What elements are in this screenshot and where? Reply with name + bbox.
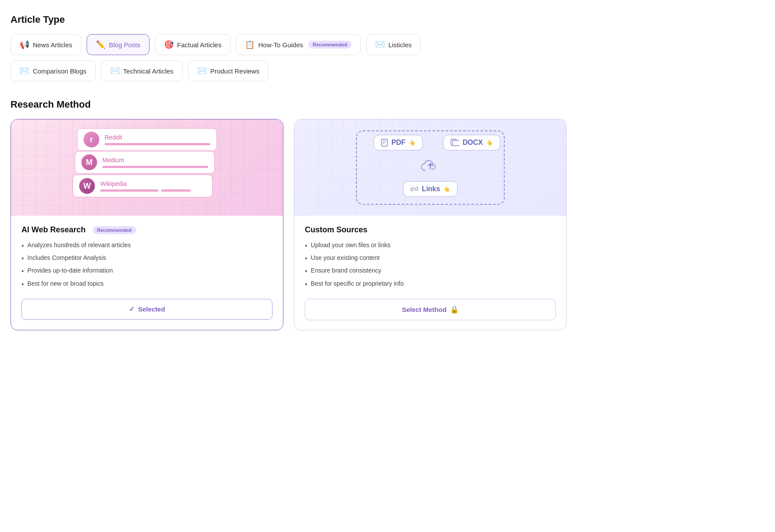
svg-rect-0: [381, 139, 388, 146]
wikipedia-source-card: W Wikipedia: [73, 175, 213, 197]
wikipedia-source-text: Wikipedia: [100, 180, 206, 192]
medium-bar: [102, 166, 208, 168]
links-hand-icon: 👆: [443, 186, 450, 192]
stacked-source-cards: r Reddit M Medium: [73, 128, 221, 207]
custom-sources-illustration: PDF 👆: [294, 119, 566, 216]
article-btn-blog-posts[interactable]: ✏️ Blog Posts: [87, 34, 150, 55]
custom-sources-features: Upload your own files or links Use your …: [305, 242, 556, 288]
blog-posts-icon: ✏️: [96, 40, 105, 49]
upload-cloud-icon: [421, 158, 440, 178]
ai-web-research-title-row: AI Web Research Recommended: [21, 225, 272, 234]
custom-feature-1: Upload your own files or links: [305, 242, 556, 250]
wikipedia-bar-1: [100, 189, 158, 192]
ai-web-research-select-button[interactable]: ✓ Selected: [21, 299, 272, 320]
blog-posts-label: Blog Posts: [109, 41, 140, 49]
wikipedia-icon: W: [79, 178, 95, 194]
product-reviews-label: Product Reviews: [210, 67, 260, 75]
check-icon: ✓: [129, 305, 135, 313]
reddit-source-text: Reddit: [105, 134, 210, 145]
pdf-badge: PDF 👆: [374, 135, 423, 150]
ai-feature-4: Best for new or broad topics: [21, 280, 272, 288]
article-type-section: Article Type 📢 News Articles ✏️ Blog Pos…: [10, 14, 567, 81]
article-btn-comparison-blogs[interactable]: ✉️ Comparison Blogs: [10, 60, 96, 81]
ai-web-research-card[interactable]: r Reddit M Medium: [10, 119, 283, 330]
lock-icon: 🔒: [450, 305, 459, 314]
listicles-label: Listicles: [388, 41, 412, 49]
how-to-guides-icon: 📋: [245, 40, 255, 49]
wikipedia-bar-2: [161, 189, 191, 192]
pdf-file-icon: [381, 139, 388, 147]
svg-rect-2: [453, 140, 459, 146]
product-reviews-icon: ✉️: [197, 66, 207, 76]
reddit-source-card: r Reddit: [77, 128, 217, 151]
article-btn-product-reviews[interactable]: ✉️ Product Reviews: [188, 60, 269, 81]
medium-label: Medium: [102, 157, 208, 164]
article-btn-factual-articles[interactable]: 🎯 Factual Articles: [155, 34, 231, 55]
medium-icon: M: [81, 154, 97, 170]
listicles-icon: ✉️: [375, 40, 385, 49]
research-method-section: Research Method r Reddit M: [10, 99, 567, 330]
links-badge: Links 👆: [403, 181, 458, 197]
custom-sources-select-button[interactable]: Select Method 🔒: [305, 299, 556, 320]
medium-source-card: M Medium: [75, 151, 215, 174]
wikipedia-label: Wikipedia: [100, 180, 206, 187]
ai-web-research-title: AI Web Research: [21, 225, 86, 234]
article-btn-technical-articles[interactable]: ✉️ Technical Articles: [101, 60, 183, 81]
news-articles-label: News Articles: [33, 41, 72, 49]
how-to-guides-recommended-badge: Recommended: [308, 41, 352, 49]
link-icon: [411, 185, 419, 193]
article-type-row-2: ✉️ Comparison Blogs ✉️ Technical Article…: [10, 60, 567, 81]
research-cards-grid: r Reddit M Medium: [10, 119, 567, 330]
docx-badge: DOCX 👆: [443, 135, 500, 150]
custom-sources-title: Custom Sources: [305, 225, 367, 234]
article-type-row-1: 📢 News Articles ✏️ Blog Posts 🎯 Factual …: [10, 34, 567, 55]
article-type-title: Article Type: [10, 14, 567, 25]
news-articles-icon: 📢: [20, 40, 29, 49]
factual-articles-label: Factual Articles: [177, 41, 222, 49]
custom-sources-card[interactable]: PDF 👆: [294, 119, 567, 330]
ai-feature-2: Includes Competitor Analysis: [21, 254, 272, 262]
comparison-blogs-label: Comparison Blogs: [33, 67, 87, 75]
comparison-blogs-icon: ✉️: [20, 66, 29, 76]
docx-file-icon: [450, 139, 459, 147]
article-btn-listicles[interactable]: ✉️ Listicles: [366, 34, 421, 55]
reddit-icon: r: [84, 132, 99, 147]
ai-select-label: Selected: [138, 305, 165, 313]
factual-articles-icon: 🎯: [164, 40, 174, 49]
how-to-guides-label: How-To Guides: [258, 41, 303, 49]
custom-sources-title-row: Custom Sources: [305, 225, 556, 234]
custom-select-label: Select Method: [402, 306, 447, 313]
article-btn-news-articles[interactable]: 📢 News Articles: [10, 34, 81, 55]
pdf-hand-icon: 👆: [409, 140, 415, 146]
custom-feature-3: Ensure brand consistency: [305, 267, 556, 275]
reddit-bar: [105, 143, 210, 145]
custom-feature-4: Best for specific or proprietary info: [305, 280, 556, 288]
links-label: Links: [422, 185, 440, 193]
ai-feature-3: Provides up-to-date information: [21, 267, 272, 275]
custom-feature-2: Use your existing content: [305, 254, 556, 262]
ai-web-research-illustration: r Reddit M Medium: [11, 119, 283, 216]
custom-sources-body: Custom Sources Upload your own files or …: [294, 216, 566, 330]
ai-feature-1: Analyzes hundreds of relevant articles: [21, 242, 272, 250]
docx-label: DOCX: [463, 139, 483, 147]
ai-web-research-features: Analyzes hundreds of relevant articles I…: [21, 242, 272, 288]
technical-articles-label: Technical Articles: [123, 67, 174, 75]
medium-source-text: Medium: [102, 157, 208, 168]
article-btn-how-to-guides[interactable]: 📋 How-To Guides Recommended: [236, 34, 360, 55]
docx-hand-icon: 👆: [486, 140, 493, 146]
technical-articles-icon: ✉️: [110, 66, 120, 76]
ai-web-research-recommended-badge: Recommended: [93, 226, 136, 234]
research-method-title: Research Method: [10, 99, 567, 110]
reddit-label: Reddit: [105, 134, 210, 141]
pdf-label: PDF: [391, 139, 405, 147]
ai-web-research-body: AI Web Research Recommended Analyzes hun…: [11, 216, 283, 329]
custom-inner-container: PDF 👆: [347, 126, 513, 209]
